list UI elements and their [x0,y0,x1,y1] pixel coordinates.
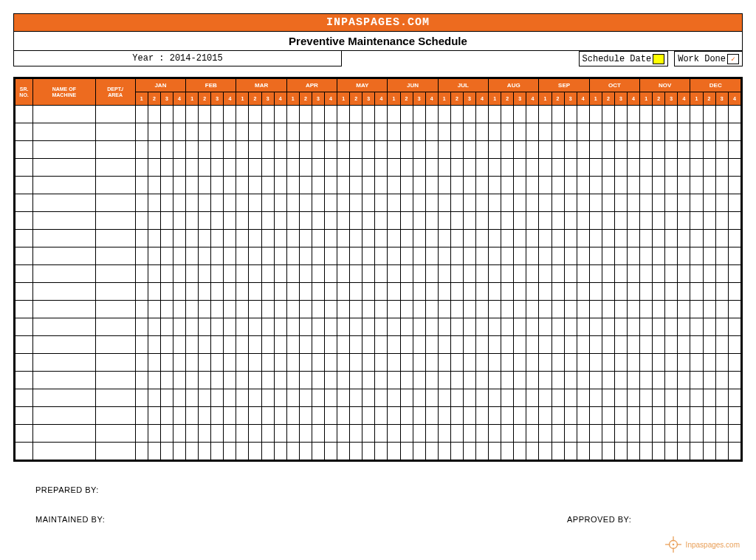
cell [350,407,362,425]
cell [715,318,728,336]
cell [312,425,324,443]
col-month-jun: JUN [388,79,438,92]
cell [173,443,186,460]
cell [450,265,463,283]
cell [425,372,438,389]
cell [236,106,249,123]
cell [514,283,526,301]
cell [95,123,135,141]
cell [350,230,362,247]
cell [425,159,438,177]
cell [224,159,236,177]
cell [186,443,199,460]
cell [224,283,236,301]
cell [476,372,489,389]
cell [148,354,160,372]
cell [678,106,690,123]
cell [337,318,350,336]
cell [602,318,614,336]
cell [715,123,728,141]
swatch-schedule-icon [653,54,664,64]
cell [450,247,463,265]
cell [299,247,312,265]
cell [135,283,148,301]
cell [589,372,602,389]
cell [690,194,703,212]
cell [564,354,577,372]
cell [728,230,740,247]
cell [665,123,678,141]
cell [186,247,199,265]
cell [16,265,33,283]
cell [224,123,236,141]
cell [199,159,211,177]
cell [425,389,438,407]
cell [249,212,261,230]
cell [463,212,475,230]
cell [640,407,653,425]
cell [95,159,135,177]
cell [388,389,400,407]
cell [489,141,501,159]
cell [224,301,236,318]
approved-by-label: APPROVED BY: [567,515,631,524]
cell [286,194,299,212]
cell [476,336,489,354]
cell [678,212,690,230]
cell [425,301,438,318]
cell [299,425,312,443]
cell [514,177,526,194]
cell [728,372,740,389]
cell [350,443,362,460]
cell [526,123,539,141]
cell [501,194,514,212]
cell [274,247,286,265]
cell [337,177,350,194]
cell [526,177,539,194]
cell [463,194,475,212]
cell [362,354,375,372]
cell [16,106,33,123]
cell [489,194,501,212]
cell [438,354,450,372]
table-row [16,354,741,372]
cell [627,407,639,425]
cell [224,106,236,123]
cell [224,194,236,212]
cell [501,106,514,123]
cell [690,389,703,407]
cell [211,318,224,336]
cell [564,389,577,407]
cell [665,318,678,336]
cell [173,159,186,177]
cell [274,283,286,301]
cell [640,194,653,212]
cell [602,230,614,247]
cell [186,372,199,389]
cell [690,283,703,301]
cell [703,318,715,336]
cell [564,301,577,318]
cell [236,301,249,318]
cell [324,177,337,194]
cell [286,389,299,407]
cell [199,407,211,425]
cell [211,372,224,389]
cell [324,318,337,336]
cell [350,283,362,301]
cell [450,354,463,372]
cell [728,212,740,230]
cell [286,123,299,141]
cell [413,354,425,372]
cell [135,336,148,354]
cell [173,318,186,336]
cell [450,425,463,443]
cell [362,318,375,336]
cell [261,212,274,230]
col-month-sep: SEP [539,79,589,92]
cell [690,336,703,354]
cell [186,265,199,283]
cell [463,336,475,354]
cell [299,265,312,283]
cell [450,159,463,177]
